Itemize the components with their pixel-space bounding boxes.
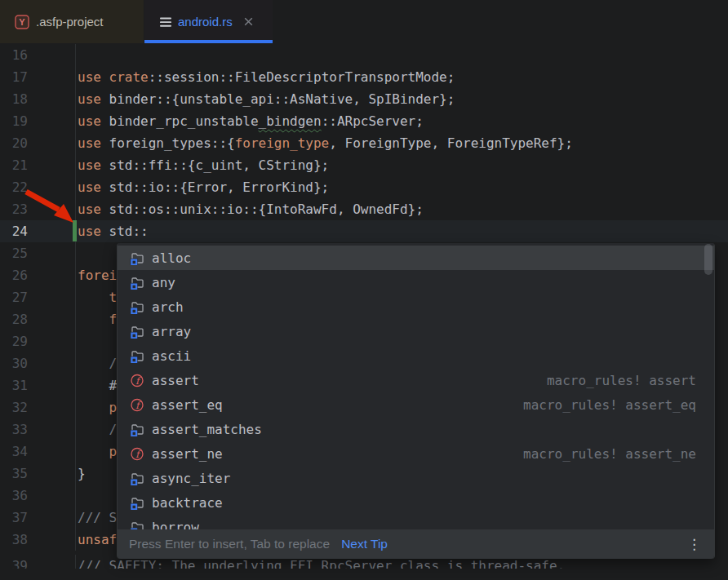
completion-item-detail: macro_rules! assert (547, 373, 714, 388)
tab-asfp-project[interactable]: Y .asfp-project (0, 0, 144, 43)
gutter-18[interactable]: 18 (0, 88, 76, 110)
line-number-36: 36 (0, 485, 28, 507)
line-number-35: 35 (0, 463, 28, 485)
gutter-27[interactable]: 27 (0, 286, 76, 308)
completion-item-label: any (152, 275, 175, 290)
gutter-29[interactable]: 29 (0, 330, 76, 352)
code-line-21[interactable]: 21use std::ffi::{c_uint, CString}; (0, 154, 728, 176)
gutter-38[interactable]: 38 (0, 529, 76, 551)
tab-android-rs[interactable]: android.rs (144, 0, 273, 43)
code-line-17[interactable]: 17use crate::session::FileDescriptorTran… (0, 66, 728, 88)
gutter-25[interactable]: 25 (0, 242, 76, 264)
code-text-19: use binder_rpc_unstable_bindgen::ARpcSer… (76, 110, 424, 132)
gutter-36[interactable]: 36 (0, 485, 76, 507)
module-icon (130, 471, 144, 485)
next-tip-link[interactable]: Next Tip (341, 537, 388, 551)
completion-item-arch[interactable]: arch (118, 294, 714, 319)
gutter-35[interactable]: 35 (0, 463, 76, 485)
completion-item-assert_matches[interactable]: assert_matches (118, 417, 714, 441)
code-text-29 (76, 330, 78, 352)
more-options-icon[interactable]: ⋮ (687, 536, 701, 553)
gutter-30[interactable]: 30 (0, 352, 76, 374)
completion-item-label: alloc (152, 250, 191, 266)
completion-item-assert_ne[interactable]: f assert_nemacro_rules! assert_ne (118, 441, 714, 466)
completion-item-backtrace[interactable]: backtrace (118, 490, 714, 515)
yaml-file-icon: Y (15, 15, 29, 29)
code-line-23[interactable]: 23use std::os::unix::io::{IntoRawFd, Own… (0, 198, 728, 220)
code-line-20[interactable]: 20use foreign_types::{foreign_type, Fore… (0, 132, 728, 154)
completion-item-assert[interactable]: f assertmacro_rules! assert (118, 368, 714, 392)
gutter-17[interactable]: 17 (0, 66, 76, 88)
line-number-20: 20 (0, 132, 28, 154)
line-number-38: 38 (0, 529, 28, 551)
gutter-34[interactable]: 34 (0, 441, 76, 463)
completion-hint-text: Press Enter to insert, Tab to replace (129, 537, 330, 551)
completion-item-label: ascii (152, 348, 191, 364)
completion-item-label: assert_matches (152, 422, 262, 437)
completion-item-label: assert (152, 373, 199, 388)
popup-scrollbar-thumb[interactable] (704, 244, 712, 275)
module-icon (130, 299, 144, 314)
gutter-31[interactable]: 31 (0, 374, 76, 396)
completion-item-ascii[interactable]: ascii (118, 343, 714, 368)
completion-item-detail: macro_rules! assert_eq (523, 397, 714, 413)
gutter-37[interactable]: 37 (0, 507, 76, 529)
line-number-32: 32 (0, 396, 28, 418)
code-line-22[interactable]: 22use std::io::{Error, ErrorKind}; (0, 176, 728, 198)
line-number-26: 26 (0, 264, 28, 286)
completion-item-any[interactable]: any (118, 270, 714, 294)
line-number-17: 17 (0, 66, 28, 88)
line-number-21: 21 (0, 154, 28, 176)
gutter-32[interactable]: 32 (0, 396, 76, 418)
completion-item-assert_eq[interactable]: f assert_eqmacro_rules! assert_eq (118, 392, 714, 417)
macro-icon: f (130, 373, 144, 387)
code-text-24: use std:: (76, 220, 149, 242)
gutter-33[interactable]: 33 (0, 418, 76, 441)
code-text-26: forei (76, 264, 117, 286)
code-line-19[interactable]: 19use binder_rpc_unstable_bindgen::ARpcS… (0, 110, 728, 132)
code-text-18: use binder::{unstable_api::AsNative, SpI… (76, 88, 455, 110)
gutter-26[interactable]: 26 (0, 264, 76, 286)
completion-item-label: async_iter (152, 471, 230, 486)
code-text-22: use std::io::{Error, ErrorKind}; (76, 176, 329, 198)
module-icon (130, 422, 144, 436)
code-text-21: use std::ffi::{c_uint, CString}; (76, 154, 329, 176)
line-number-27: 27 (0, 286, 28, 308)
code-text-25 (76, 242, 78, 264)
line-number-33: 33 (0, 418, 28, 441)
code-text-17: use crate::session::FileDescriptorTransp… (76, 66, 455, 88)
completion-item-label: assert_eq (152, 397, 223, 413)
svg-text:Y: Y (19, 17, 25, 27)
module-icon (130, 495, 144, 510)
completion-item-alloc[interactable]: alloc (118, 246, 714, 270)
gutter-19[interactable]: 19 (0, 110, 76, 132)
completion-item-async_iter[interactable]: async_iter (118, 466, 714, 490)
line-number-37: 37 (0, 507, 28, 529)
gutter-28[interactable]: 28 (0, 308, 76, 330)
completion-footer: Press Enter to insert, Tab to replace Ne… (118, 529, 714, 559)
tab-file-label: android.rs (178, 15, 233, 29)
completion-list: alloc any arch array ascii f assertmacro… (118, 243, 714, 559)
macro-icon: f (130, 397, 144, 412)
code-line-18[interactable]: 18use binder::{unstable_api::AsNative, S… (0, 88, 728, 110)
code-line-24[interactable]: 24use std:: (0, 220, 728, 242)
gutter-20[interactable]: 20 (0, 132, 76, 154)
line-number-31: 31 (0, 374, 28, 396)
module-icon (130, 250, 144, 265)
tab-project-label: .asfp-project (36, 15, 104, 29)
code-text-38: unsaf (76, 529, 117, 551)
gutter-21[interactable]: 21 (0, 154, 76, 176)
code-text-27: t (76, 286, 117, 308)
completion-item-label: array (152, 324, 191, 339)
gutter-16[interactable]: 16 (0, 44, 76, 66)
code-text-20: use foreign_types::{foreign_type, Foreig… (76, 132, 573, 154)
line-number-19: 19 (0, 110, 28, 132)
tab-close-icon[interactable] (243, 16, 255, 28)
code-text-34: p (76, 441, 117, 463)
completion-item-array[interactable]: array (118, 319, 714, 343)
line-number-25: 25 (0, 242, 28, 264)
line-number-16: 16 (0, 44, 28, 66)
gutter-39[interactable]: 39 (0, 555, 76, 569)
code-text-23: use std::os::unix::io::{IntoRawFd, Owned… (76, 198, 424, 220)
code-line-16[interactable]: 16 (0, 44, 728, 66)
